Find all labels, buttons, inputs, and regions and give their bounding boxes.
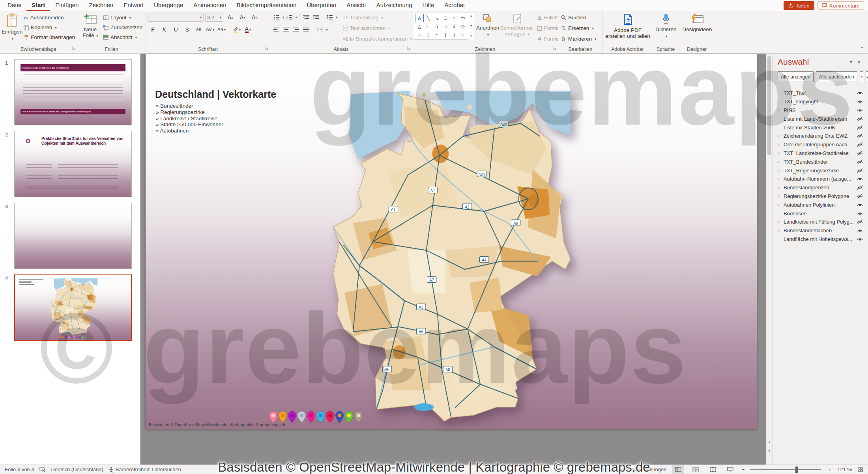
tab-bildschirmpräsentation[interactable]: Bildschirmpräsentation [232, 0, 302, 11]
visibility-eye-icon[interactable] [855, 237, 863, 242]
send-backward-button[interactable]: ∨ [866, 71, 868, 82]
selection-item[interactable]: Bodensee [778, 209, 863, 218]
visibility-eye-icon[interactable] [855, 202, 863, 207]
align-right-button[interactable] [292, 25, 301, 35]
selection-item[interactable]: ▷Regierungsbezirke Polygone [778, 192, 863, 201]
shape-curve[interactable]: ~ [432, 30, 441, 39]
underline-button[interactable]: U [170, 25, 181, 34]
visibility-eye-off-icon[interactable] [855, 168, 863, 173]
line-spacing-dropdown[interactable]: ▾ [336, 15, 338, 19]
copy-dropdown[interactable]: ▾ [55, 26, 57, 30]
shape-scribble[interactable]: ≈ [415, 30, 424, 39]
slide-bullet-list[interactable]: » Bundesländer » Regierungsbezirke » Lan… [156, 103, 223, 134]
selection-item[interactable]: ▷Autobahn-Nummern (ausge... [778, 175, 863, 183]
tab-überprüfen[interactable]: Überprüfen [301, 0, 341, 11]
shape-triangle[interactable]: △ [415, 22, 424, 30]
close-icon[interactable]: ✕ [855, 59, 863, 65]
shape-rounded-rectangle[interactable]: ▭ [458, 14, 467, 22]
expand-icon[interactable]: ▷ [778, 177, 784, 181]
columns-button[interactable] [315, 25, 325, 35]
adobe-pdf-button[interactable]: Adobe PDFerstellen und teilen [604, 13, 651, 39]
font-dialog-launcher[interactable] [264, 45, 269, 52]
quick-styles-button[interactable]: Schnellformat-vorlagen ▾ [501, 13, 533, 37]
visibility-eye-off-icon[interactable] [855, 142, 863, 147]
selection-item[interactable]: TXT_Titel [778, 89, 863, 97]
slide-sorter-view-button[interactable] [690, 465, 702, 474]
collapse-ribbon-button[interactable]: ⌃ [860, 46, 864, 52]
find-button[interactable]: Suchen [560, 13, 601, 22]
shapes-gallery-scroll[interactable]: ▴▾▾ [468, 13, 474, 39]
copy-button[interactable]: Kopieren▾ [22, 22, 76, 32]
shape-down-arrow[interactable]: ⇓ [450, 22, 458, 30]
paste-dropdown[interactable]: ▾ [11, 36, 13, 42]
map-pin-7[interactable] [326, 411, 335, 425]
expand-icon[interactable]: ▷ [778, 194, 784, 198]
design-ideas-button[interactable]: Designideen [681, 13, 713, 32]
paragraph-dialog-launcher[interactable] [406, 45, 411, 52]
expand-icon[interactable]: ▷ [778, 160, 784, 164]
selection-item[interactable]: ▷Bundeslandgrenzen [778, 183, 863, 192]
selection-item[interactable]: Liste mit Städten >50K [778, 123, 863, 132]
show-all-button[interactable]: Alle anzeigen [778, 71, 814, 82]
change-case-button[interactable]: Aa▾ [216, 25, 227, 34]
selection-item[interactable]: ▷Bundesländerflächen [778, 226, 863, 235]
comments-button[interactable]: Kommentare [817, 1, 864, 10]
highlight-color-button[interactable]: ▾ [231, 25, 242, 34]
shape-elbow-arrow-connector[interactable]: ↳ [432, 22, 441, 30]
tab-datei[interactable]: Datei [2, 0, 26, 11]
bullets-button[interactable] [272, 13, 281, 22]
selection-item[interactable]: Landfläche mit Hoheitsgewä... [778, 235, 863, 244]
numbering-button[interactable]: 12 [285, 13, 294, 22]
map-pin-5[interactable] [307, 411, 316, 425]
expand-icon[interactable]: ▷ [778, 220, 784, 224]
selection-item[interactable]: ▷TXT_Landkreise-Stadtkreise [778, 149, 863, 158]
selection-item[interactable]: ▷Orte mit Untergruppen nach... [778, 140, 863, 149]
character-spacing-button[interactable]: AV▾ [205, 25, 215, 34]
decrease-indent-button[interactable] [301, 13, 311, 22]
current-slide[interactable]: Deutschland | Vektorkarte » Bundesländer… [146, 54, 757, 429]
shape-flowchart-decision[interactable]: ◇ [458, 22, 467, 30]
replace-button[interactable]: bErsetzen▾ [560, 23, 601, 33]
reset-button[interactable]: Zurücksetzen [102, 22, 144, 32]
zoom-slider-knob[interactable] [795, 467, 798, 473]
shape-line[interactable]: ╲ [424, 14, 432, 22]
arrange-button[interactable]: Anordnen▾ [477, 13, 499, 38]
map-pin-6[interactable] [316, 411, 325, 425]
visibility-eye-off-icon[interactable] [855, 219, 863, 224]
visibility-eye-icon[interactable] [855, 228, 863, 233]
tab-hilfe[interactable]: Hilfe [417, 0, 440, 11]
shape-fill-button[interactable]: Fülleffekt▾ [536, 13, 558, 22]
tab-einfügen[interactable]: Einfügen [50, 0, 84, 11]
visibility-eye-icon[interactable] [855, 90, 863, 95]
zoom-out-button[interactable]: − [742, 467, 745, 472]
selection-item[interactable]: ▷TXT_Bundesländer [778, 157, 863, 166]
expand-icon[interactable]: ▷ [778, 134, 784, 138]
visibility-eye-off-icon[interactable] [855, 185, 863, 190]
shape-arc[interactable]: ( [424, 30, 432, 39]
slide-title[interactable]: Deutschland | Vektorkarte [155, 89, 276, 100]
line-spacing-button[interactable] [325, 13, 335, 22]
expand-icon[interactable]: ▷ [778, 151, 784, 155]
select-button[interactable]: Markieren▾ [560, 34, 601, 44]
shape-star[interactable]: ☆ [458, 30, 467, 39]
visibility-eye-off-icon[interactable] [855, 151, 863, 156]
shape-right-arrow[interactable]: ⇒ [441, 22, 450, 30]
layout-button[interactable]: Layout▾ [102, 13, 144, 22]
expand-icon[interactable]: ▷ [778, 186, 784, 189]
selection-item[interactable]: Liste mit Land-/Stadtkreisen [778, 114, 863, 123]
clipboard-dialog-launcher[interactable] [71, 45, 76, 52]
visibility-eye-off-icon[interactable] [855, 159, 863, 164]
visibility-eye-off-icon[interactable] [855, 133, 863, 138]
shape-rectangle[interactable]: □ [441, 14, 450, 22]
shape-textbox[interactable]: A [415, 14, 424, 22]
expand-icon[interactable]: ▷ [778, 108, 784, 112]
expand-icon[interactable]: ▷ [778, 203, 784, 207]
format-painter-button[interactable]: Format übertragen [22, 32, 76, 42]
clear-formatting-button[interactable]: A⌀ [249, 13, 260, 22]
shrink-font-button[interactable]: A▾ [237, 13, 248, 22]
new-slide-button[interactable]: NeueFolie ▾ [79, 13, 102, 44]
previous-slide-button[interactable]: ▲ [766, 440, 773, 444]
selection-item[interactable]: TXT_Copyright [778, 97, 863, 106]
justify-button[interactable] [301, 25, 311, 35]
text-shadow-button[interactable]: S [182, 25, 193, 34]
